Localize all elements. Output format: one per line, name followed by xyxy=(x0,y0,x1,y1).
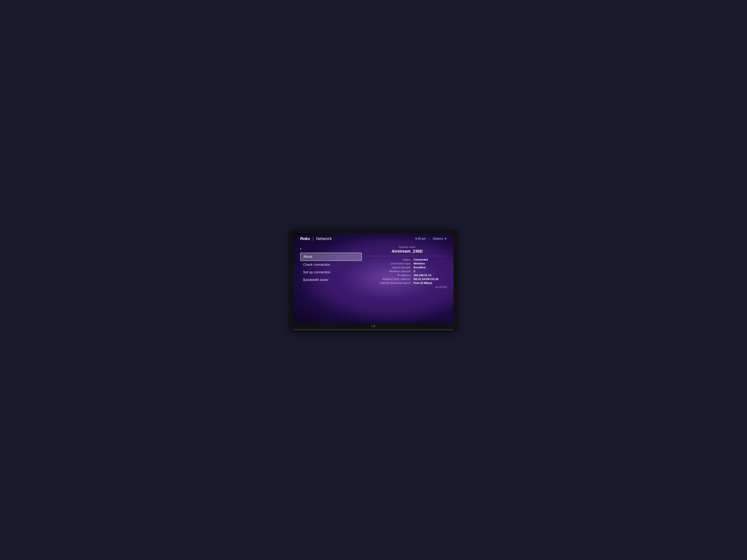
options-icon: ✳ xyxy=(444,237,447,241)
left-menu: ‹ About Check connection Set up connecti… xyxy=(300,245,362,319)
monitor-outer: Roku | Network 6:40 pm | Options ✳ xyxy=(290,230,457,330)
options-label: Options xyxy=(433,237,443,240)
menu-item-check-connection[interactable]: Check connection xyxy=(300,261,362,268)
clock: 6:40 pm xyxy=(415,237,426,240)
menu-item-set-up-connection[interactable]: Set up connection xyxy=(300,268,362,276)
monitor-screen: Roku | Network 6:40 pm | Options ✳ xyxy=(293,233,454,323)
right-panel: Network name Airstream_236D Status Conne… xyxy=(362,245,447,319)
header: Roku | Network 6:40 pm | Options ✳ xyxy=(293,233,454,244)
page-title: Network xyxy=(316,236,332,241)
value-status: Connected xyxy=(413,258,447,261)
menu-item-bandwidth-saver[interactable]: Bandwidth saver xyxy=(300,276,362,284)
row-status: Status Connected xyxy=(367,258,447,261)
row-connection-type: Connection type Wireless xyxy=(367,262,447,265)
options-menu[interactable]: Options ✳ xyxy=(433,237,447,241)
network-name-label: Network name xyxy=(367,245,447,248)
monitor-base xyxy=(293,329,454,330)
row-mac-address: Wireless MAC address D8:31:34:D8:CE:20 xyxy=(367,277,447,281)
header-right-divider: | xyxy=(429,237,430,240)
value-signal-strength: Excellent xyxy=(413,266,447,269)
info-divider xyxy=(367,256,447,256)
label-wireless-channel: Wireless channel xyxy=(381,270,411,273)
value-wireless-channel: 3 xyxy=(413,270,447,273)
value-download-speed: Poor (0 Mbps) xyxy=(413,281,447,285)
value-as-of: as of 1/22 xyxy=(413,286,447,289)
network-name-section: Network name Airstream_236D xyxy=(367,245,447,254)
label-status: Status xyxy=(381,258,411,261)
network-name-value: Airstream_236D xyxy=(367,249,447,254)
value-connection-type: Wireless xyxy=(413,262,447,265)
row-signal-strength: Signal strength Excellent xyxy=(367,266,447,269)
row-wireless-channel: Wireless channel 3 xyxy=(367,270,447,273)
info-table: Status Connected Connection type Wireles… xyxy=(367,258,447,289)
header-divider: | xyxy=(313,236,314,241)
label-ip-address: IP address xyxy=(381,273,411,277)
label-signal-strength: Signal strength xyxy=(381,266,411,269)
value-ip-address: 192.168.51.14 xyxy=(413,273,447,277)
row-as-of: as of 1/22 xyxy=(367,285,447,289)
back-arrow-icon[interactable]: ‹ xyxy=(300,246,302,251)
row-ip-address: IP address 192.168.51.14 xyxy=(367,273,447,277)
roku-logo: Roku xyxy=(300,236,310,241)
menu-item-about[interactable]: About xyxy=(300,252,362,261)
row-download-speed: Internet download speed Poor (0 Mbps) xyxy=(367,281,447,285)
label-download-speed: Internet download speed xyxy=(380,281,411,285)
label-mac-address: Wireless MAC address xyxy=(381,277,411,281)
label-connection-type: Connection type xyxy=(381,262,411,265)
monitor-brand: LG xyxy=(371,325,376,327)
value-mac-address: D8:31:34:D8:CE:20 xyxy=(413,277,447,281)
